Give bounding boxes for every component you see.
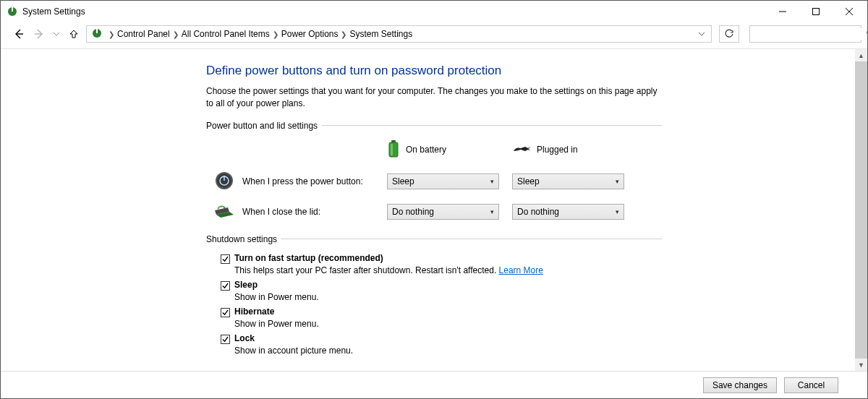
breadcrumb-item[interactable]: System Settings <box>348 29 414 39</box>
svg-rect-9 <box>96 29 98 33</box>
close-button[interactable] <box>833 1 866 22</box>
breadcrumb-item[interactable]: All Control Panel Items <box>180 29 271 39</box>
maximize-button[interactable] <box>799 1 833 22</box>
chevron-right-icon[interactable]: ❯ <box>171 30 180 38</box>
section-label: Power button and lid settings <box>206 121 318 131</box>
window-title: System Settings <box>22 7 85 17</box>
svg-rect-1 <box>12 7 13 12</box>
learn-more-link[interactable]: Learn More <box>499 265 543 275</box>
chevron-down-icon: ▾ <box>490 178 494 185</box>
divider <box>281 239 662 239</box>
address-dropdown-button[interactable] <box>695 29 708 39</box>
search-input[interactable] <box>754 28 866 40</box>
up-button[interactable] <box>66 26 82 42</box>
close-lid-battery-select[interactable]: Do nothing▾ <box>387 204 499 220</box>
page-heading: Define power buttons and turn on passwor… <box>206 64 662 78</box>
checkbox-description: Show in Power menu. <box>234 319 662 329</box>
checkbox-row-lock: Lock <box>221 333 662 344</box>
chevron-down-icon: ▾ <box>490 208 494 215</box>
chevron-right-icon[interactable]: ❯ <box>271 30 280 38</box>
checkbox-row-sleep: Sleep <box>221 280 662 291</box>
setting-label: When I press the power button: <box>242 176 387 186</box>
svg-rect-14 <box>391 144 393 155</box>
nav-bar: ❯ Control Panel ❯ All Control Panel Item… <box>1 22 867 48</box>
divider <box>322 125 662 126</box>
power-button-battery-select[interactable]: Sleep▾ <box>387 173 499 189</box>
laptop-lid-icon <box>213 203 235 221</box>
save-changes-button[interactable]: Save changes <box>703 377 777 393</box>
search-box[interactable] <box>749 25 861 43</box>
checkbox-row-hibernate: Hibernate <box>221 306 662 317</box>
chevron-right-icon[interactable]: ❯ <box>339 30 348 38</box>
close-lid-plugged-select[interactable]: Do nothing▾ <box>512 204 624 220</box>
address-bar[interactable]: ❯ Control Panel ❯ All Control Panel Item… <box>86 25 712 43</box>
footer-bar: Save changes Cancel <box>1 371 867 398</box>
checkbox-row-fast-startup: Turn on fast startup (recommended) <box>221 253 662 264</box>
checkbox-label: Sleep <box>234 280 258 290</box>
chevron-right-icon[interactable]: ❯ <box>107 30 116 38</box>
page-description: Choose the power settings that you want … <box>206 85 662 111</box>
back-button[interactable] <box>11 26 27 42</box>
svg-rect-3 <box>813 9 820 15</box>
setting-row-power-button: When I press the power button: Sleep▾ Sl… <box>206 171 662 193</box>
checkbox-label: Turn on fast startup (recommended) <box>234 253 383 263</box>
scroll-up-arrow-icon[interactable]: ▲ <box>855 49 867 61</box>
title-bar: System Settings <box>1 1 867 22</box>
battery-icon <box>387 140 400 160</box>
lock-checkbox[interactable] <box>221 335 230 344</box>
fast-startup-checkbox[interactable] <box>221 254 230 264</box>
checkbox-label: Lock <box>234 333 255 343</box>
scroll-thumb[interactable] <box>855 61 867 359</box>
checkbox-label: Hibernate <box>234 306 274 317</box>
minimize-button[interactable] <box>766 1 799 22</box>
checkbox-description: Show in Power menu. <box>234 292 662 302</box>
setting-label: When I close the lid: <box>242 207 387 217</box>
cancel-button[interactable]: Cancel <box>784 377 838 393</box>
sleep-checkbox[interactable] <box>221 281 230 291</box>
recent-locations-button[interactable] <box>51 31 61 37</box>
forward-button[interactable] <box>31 26 47 42</box>
checkbox-description: This helps start your PC faster after sh… <box>234 265 662 275</box>
breadcrumb-item[interactable]: Power Options <box>280 29 340 39</box>
svg-rect-16 <box>528 150 530 150</box>
column-label-battery: On battery <box>406 145 446 155</box>
checkbox-description: Show in account picture menu. <box>234 346 662 356</box>
plug-icon <box>512 144 531 156</box>
breadcrumb-item[interactable]: Control Panel <box>116 29 171 39</box>
chevron-down-icon: ▾ <box>616 178 619 185</box>
window: System Settings ❯ Control <box>0 0 868 399</box>
power-button-icon <box>214 171 234 193</box>
svg-rect-13 <box>391 140 396 142</box>
column-label-plugged: Plugged in <box>537 145 578 155</box>
refresh-button[interactable] <box>719 25 739 43</box>
hibernate-checkbox[interactable] <box>221 308 230 317</box>
setting-row-close-lid: When I close the lid: Do nothing▾ Do not… <box>206 203 662 221</box>
control-panel-icon <box>91 27 103 41</box>
power-button-plugged-select[interactable]: Sleep▾ <box>512 173 624 189</box>
svg-rect-12 <box>389 142 398 157</box>
scroll-down-arrow-icon[interactable]: ▼ <box>855 359 867 371</box>
section-label: Shutdown settings <box>206 234 277 244</box>
chevron-down-icon: ▾ <box>616 208 619 215</box>
svg-rect-15 <box>528 147 530 148</box>
content-area: Define power buttons and turn on passwor… <box>1 48 867 371</box>
vertical-scrollbar[interactable]: ▲ ▼ <box>855 49 867 371</box>
app-icon <box>7 6 18 17</box>
